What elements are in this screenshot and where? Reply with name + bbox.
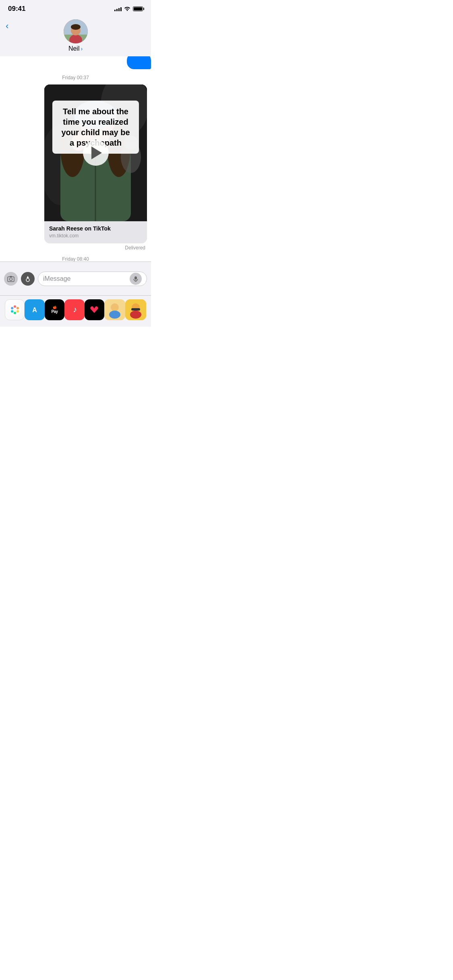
svg-point-25 xyxy=(26,278,29,282)
link-preview-title: Sarah Reese on TikTok xyxy=(49,225,142,232)
dock-applepay[interactable]: 🍎 Pay xyxy=(45,299,64,320)
svg-point-23 xyxy=(10,278,12,280)
dock-appstore[interactable]: A xyxy=(25,299,44,320)
svg-point-35 xyxy=(11,307,13,309)
link-preview-card[interactable]: Tell me about the time you realized your… xyxy=(44,84,147,243)
svg-point-42 xyxy=(111,303,119,311)
battery-fill xyxy=(134,7,142,10)
dock-fitness[interactable] xyxy=(85,299,104,320)
input-area: iMessage xyxy=(0,261,151,295)
svg-point-5 xyxy=(71,24,81,30)
play-icon xyxy=(91,146,102,159)
link-preview-meta: Sarah Reese on TikTok vm.tiktok.com xyxy=(44,221,147,243)
svg-rect-26 xyxy=(134,276,137,280)
svg-point-30 xyxy=(14,305,16,308)
play-button[interactable] xyxy=(83,140,109,166)
svg-rect-46 xyxy=(131,308,140,311)
message-input[interactable]: iMessage xyxy=(38,272,147,286)
wifi-icon xyxy=(124,6,130,12)
signal-icon xyxy=(114,6,122,11)
svg-point-33 xyxy=(14,312,16,314)
contact-chevron: › xyxy=(81,45,83,52)
input-placeholder: iMessage xyxy=(43,275,130,282)
link-preview-url: vm.tiktok.com xyxy=(49,233,142,239)
delivered-label: Delivered xyxy=(0,245,151,251)
link-preview-wrapper: Tell me about the time you realized your… xyxy=(0,84,151,243)
status-icons xyxy=(114,6,143,12)
avatar[interactable] xyxy=(64,19,88,43)
link-preview-video[interactable]: Tell me about the time you realized your… xyxy=(44,84,147,221)
dock: A 🍎 Pay ♪ xyxy=(0,295,151,327)
camera-button[interactable] xyxy=(4,272,18,286)
svg-text:A: A xyxy=(32,307,37,313)
contact-name[interactable]: Neil › xyxy=(68,45,83,52)
apps-button[interactable] xyxy=(21,272,35,286)
svg-point-34 xyxy=(11,310,13,313)
svg-point-47 xyxy=(130,311,141,319)
timestamp-friday-1: Friday 00:37 xyxy=(0,75,151,80)
partial-sent-bubble xyxy=(0,56,151,69)
status-bar: 09:41 xyxy=(0,0,151,18)
battery-icon xyxy=(133,6,143,11)
video-scene: Tell me about the time you realized your… xyxy=(44,84,147,221)
nav-header: ‹ Neil › xyxy=(0,18,151,56)
messages-area: Friday 00:37 xyxy=(0,56,151,261)
svg-rect-24 xyxy=(10,276,12,277)
svg-point-32 xyxy=(17,310,19,313)
timestamp-friday-2: Friday 08:40 xyxy=(0,256,151,261)
back-button[interactable]: ‹ xyxy=(6,21,8,31)
dock-music[interactable]: ♪ xyxy=(64,299,84,320)
audio-button[interactable] xyxy=(130,273,142,285)
svg-point-43 xyxy=(109,311,120,319)
svg-point-31 xyxy=(17,307,19,309)
status-time: 09:41 xyxy=(8,5,25,13)
dock-memoji2[interactable] xyxy=(125,299,146,320)
dock-memoji1[interactable] xyxy=(104,299,125,320)
dock-photos[interactable] xyxy=(5,299,25,320)
svg-text:♪: ♪ xyxy=(73,305,77,314)
